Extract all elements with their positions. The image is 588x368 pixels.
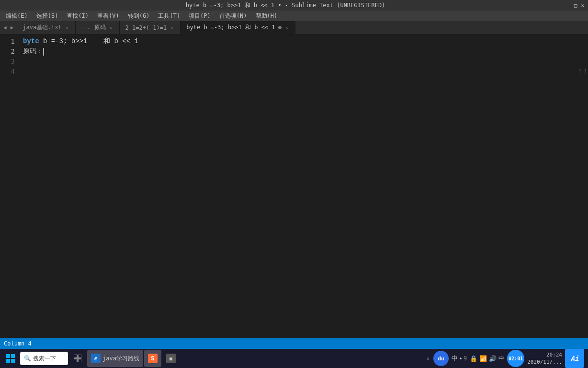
- menu-edit[interactable]: 编辑(E): [2, 11, 32, 21]
- network-icon: 📶: [479, 355, 487, 362]
- tab-bar: ◀ ▶ java基础.txt ✕ 一. 原码 ✕ 2-1=2+(-1)=1 ✕ …: [0, 21, 588, 34]
- title-bar: byte b =-3; b>>1 和 b << 1 • - Sublime Te…: [0, 0, 588, 11]
- tab-next-arrow[interactable]: ▶: [9, 23, 15, 32]
- line-num-4: 4: [2, 67, 15, 77]
- line-num-2: 2: [2, 46, 15, 57]
- menu-select[interactable]: 选择(S): [33, 11, 62, 21]
- svg-rect-5: [78, 355, 81, 358]
- svg-rect-2: [6, 359, 10, 363]
- status-column: Column 4: [4, 340, 32, 347]
- clock-time: 02:01: [509, 356, 523, 361]
- tab-nav-arrows: ◀ ▶: [0, 21, 17, 34]
- tab-close-original-code[interactable]: ✕: [109, 24, 113, 31]
- svg-rect-6: [74, 359, 77, 362]
- ai-indicator: Ai: [565, 349, 584, 368]
- start-button[interactable]: [2, 350, 19, 367]
- tray-expand-button[interactable]: ∧: [426, 355, 430, 362]
- taskbar-search-box[interactable]: 🔍 搜索一下: [20, 352, 68, 365]
- code-line-2: 原码：: [23, 46, 584, 57]
- tab-prev-arrow[interactable]: ◀: [2, 23, 8, 32]
- text-cursor: [43, 48, 44, 56]
- code-line-4: [23, 67, 584, 77]
- tab-close-formula[interactable]: ✕: [170, 24, 174, 31]
- maximize-button[interactable]: □: [574, 2, 577, 9]
- search-text: 搜索一下: [33, 355, 56, 363]
- unknown-app-icon: ■: [166, 354, 176, 363]
- menu-preferences[interactable]: 首选项(N): [215, 11, 251, 21]
- menu-project[interactable]: 项目(P): [185, 11, 215, 21]
- code-line-1: byte b =-3; b>>1 和 b << 1: [23, 36, 584, 46]
- taskbar-app-ie[interactable]: e java学习路线: [87, 350, 143, 367]
- tab-label: 2-1=2+(-1)=1: [125, 24, 167, 31]
- close-button[interactable]: ✕: [581, 2, 584, 9]
- svg-rect-1: [11, 354, 15, 358]
- ie-icon: e: [91, 354, 101, 363]
- code-text-2: 原码：: [23, 46, 43, 57]
- tab-byte-active[interactable]: byte b =-3; b>>1 和 b << 1 ✕: [181, 21, 295, 34]
- tab-formula[interactable]: 2-1=2+(-1)=1 ✕: [120, 21, 181, 34]
- input-method-icon: 中: [498, 355, 504, 363]
- svg-rect-7: [78, 359, 81, 362]
- code-content[interactable]: byte b =-3; b>>1 和 b << 1 原码：: [19, 34, 588, 335]
- svg-rect-4: [74, 355, 77, 358]
- tab-modified-dot: [278, 26, 282, 29]
- code-text-1: b =-3; b>>1 和 b << 1: [39, 36, 138, 46]
- task-view-button[interactable]: [69, 350, 86, 367]
- svg-rect-0: [6, 354, 10, 358]
- line-num-3: 3: [2, 57, 15, 67]
- ime-chinese: 中: [452, 354, 458, 363]
- tab-label: byte b =-3; b>>1 和 b << 1: [186, 23, 275, 32]
- system-tray: ∧ du 中 • 9 🔒 📶 🔊 中 02:01 20:24 2020/11/.…: [426, 349, 586, 368]
- minimize-button[interactable]: —: [567, 2, 570, 9]
- tab-close-byte[interactable]: ✕: [284, 24, 289, 31]
- line-numbers: 1 2 3 4: [0, 34, 19, 335]
- ime-nine: 9: [464, 355, 467, 362]
- menu-tools[interactable]: 工具(T): [154, 11, 184, 21]
- window-controls: — □ ✕: [567, 2, 584, 9]
- menu-find[interactable]: 查找(I): [63, 11, 92, 21]
- baidu-ime-icon[interactable]: du: [433, 351, 449, 366]
- code-line-3: [23, 57, 584, 67]
- scroll-indicator: 1 1: [578, 69, 587, 74]
- tray-date: 2020/11/...: [527, 358, 562, 366]
- search-icon: 🔍: [24, 355, 31, 362]
- ie-label: java学习路线: [102, 355, 139, 363]
- title-text: byte b =-3; b>>1 和 b << 1 • - Sublime Te…: [4, 1, 567, 10]
- ime-indicators: 中 • 9: [452, 354, 467, 363]
- tray-system-icons: 🔒 📶 🔊 中: [470, 355, 504, 363]
- status-bar: Column 4: [0, 338, 588, 349]
- lock-icon: 🔒: [470, 355, 477, 362]
- tab-original-code[interactable]: 一. 原码 ✕: [76, 21, 119, 34]
- menu-help[interactable]: 帮助(H): [252, 11, 282, 21]
- search-btn[interactable]: 🔍 搜索一下: [20, 350, 68, 367]
- tab-java-basics[interactable]: java基础.txt ✕: [17, 21, 76, 34]
- tab-label: 一. 原码: [81, 23, 105, 32]
- editor[interactable]: 1 2 3 4 byte b =-3; b>>1 和 b << 1 原码： 1 …: [0, 34, 588, 335]
- baidu-label: du: [438, 356, 444, 362]
- menu-goto[interactable]: 转到(G): [124, 11, 154, 21]
- svg-rect-3: [11, 359, 15, 363]
- ime-dot: •: [459, 355, 463, 362]
- taskbar-app-sublime[interactable]: S: [144, 350, 161, 367]
- tab-close-java-basics[interactable]: ✕: [65, 24, 69, 31]
- menu-bar: 编辑(E) 选择(S) 查找(I) 查看(V) 转到(G) 工具(T) 项目(P…: [0, 11, 588, 21]
- taskbar: 🔍 搜索一下 e java学习路线 S ■ ∧ du 中 •: [0, 349, 588, 368]
- system-clock[interactable]: 02:01: [507, 350, 524, 367]
- sublime-icon: S: [148, 354, 158, 363]
- tray-datetime: 20:24 2020/11/...: [527, 351, 562, 366]
- tab-label: java基础.txt: [23, 23, 62, 32]
- tray-time: 20:24: [527, 351, 562, 358]
- taskbar-app-unknown[interactable]: ■: [162, 350, 180, 367]
- line-num-1: 1: [2, 36, 15, 46]
- volume-icon: 🔊: [489, 355, 497, 362]
- keyword-byte: byte: [23, 36, 39, 46]
- menu-view[interactable]: 查看(V): [93, 11, 123, 21]
